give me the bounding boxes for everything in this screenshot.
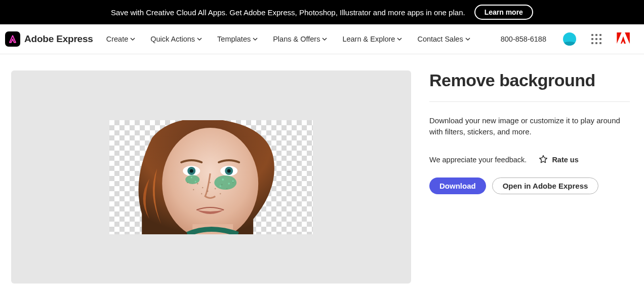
svg-point-7 [227,169,231,172]
svg-point-23 [228,183,230,185]
svg-point-27 [195,181,196,182]
svg-point-21 [185,175,199,184]
divider [429,101,630,102]
main-content: Remove background Download your new imag… [0,54,644,283]
svg-point-6 [190,169,193,172]
rate-us-label: Rate us [552,156,578,164]
adobe-logo-icon[interactable] [617,32,630,46]
svg-point-15 [220,193,221,194]
open-in-express-button[interactable]: Open in Adobe Express [492,178,599,194]
nav-bar: Adobe Express Create Quick Actions Templ… [0,24,644,54]
action-row: Download Open in Adobe Express [429,178,630,194]
download-button[interactable]: Download [429,178,486,194]
svg-point-11 [207,190,209,192]
page-title: Remove background [429,70,630,90]
svg-point-10 [193,189,194,190]
contact-phone: 800-858-6188 [501,35,546,43]
svg-point-22 [222,179,224,181]
chevron-down-icon [130,37,135,42]
nav-menu: Create Quick Actions Templates Plans & O… [106,35,546,43]
svg-point-0 [162,128,258,234]
chevron-down-icon [197,37,202,42]
nav-item-contact-sales[interactable]: Contact Sales [417,35,470,43]
svg-point-9 [202,187,204,188]
nav-item-plans-offers[interactable]: Plans & Offers [273,35,327,43]
page-description: Download your new image or customize it … [429,115,630,137]
svg-point-20 [214,175,236,190]
nav-item-templates[interactable]: Templates [217,35,258,43]
nav-item-create[interactable]: Create [106,35,136,43]
learn-more-button[interactable]: Learn more [474,5,533,20]
svg-point-8 [197,183,198,184]
svg-point-17 [210,182,211,183]
chevron-down-icon [465,37,470,42]
image-preview-panel [11,70,411,283]
side-panel: Remove background Download your new imag… [429,70,630,283]
brand-name: Adobe Express [24,33,93,45]
promo-bar: Save with Creative Cloud All Apps. Get A… [0,0,644,24]
chevron-down-icon [322,37,327,42]
feedback-row: We appreciate your feedback. Rate us [429,155,630,165]
svg-point-24 [220,185,221,187]
subject-cutout-image [122,120,294,234]
transparency-checkerboard [109,120,313,234]
chevron-down-icon [253,37,258,42]
star-icon [539,155,548,165]
svg-point-26 [191,176,192,178]
adobe-express-logo-icon [5,31,20,47]
nav-item-learn-explore[interactable]: Learn & Explore [342,35,402,43]
promo-text: Save with Creative Cloud All Apps. Get A… [111,8,465,17]
nav-item-quick-actions[interactable]: Quick Actions [150,35,202,43]
brand-home[interactable]: Adobe Express [5,31,93,47]
svg-point-16 [201,193,202,194]
svg-point-12 [215,188,216,189]
feedback-prompt: We appreciate your feedback. [429,156,527,164]
svg-point-25 [232,180,234,182]
chevron-down-icon [397,37,402,42]
avatar[interactable] [563,32,576,46]
rate-us-button[interactable]: Rate us [539,155,578,165]
nav-right [563,32,639,46]
app-switcher-icon[interactable] [591,34,601,44]
